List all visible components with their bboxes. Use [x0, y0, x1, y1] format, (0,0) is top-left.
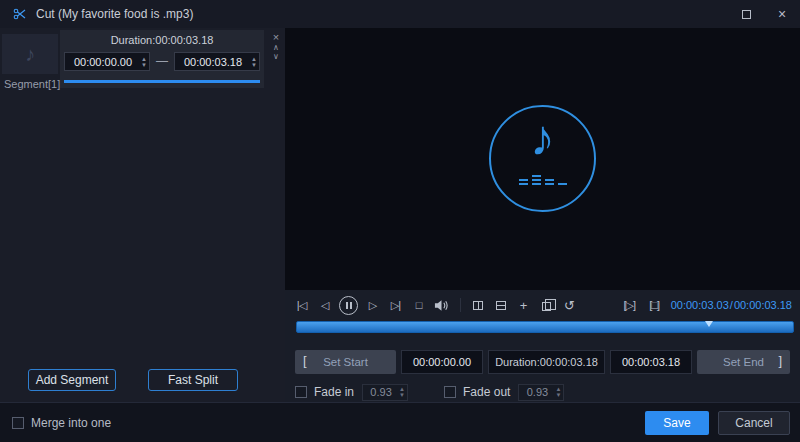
move-segment-up-button[interactable]: ∧	[273, 43, 279, 52]
merge-checkbox[interactable]	[12, 417, 24, 429]
move-segment-down-button[interactable]: ∨	[273, 52, 279, 61]
reset-icon: ↺	[564, 298, 575, 313]
close-icon: ×	[273, 31, 279, 43]
save-button[interactable]: Save	[645, 411, 709, 435]
add-button[interactable]: +	[515, 295, 532, 315]
cut-dialog: Cut (My favorite food is .mp3) × ♪ Durat…	[0, 0, 800, 442]
start-time-box	[401, 350, 483, 374]
audio-icon-circle: ♪	[489, 105, 596, 212]
segment-card-controls: × ∧ ∨	[268, 32, 284, 61]
spinner-down-icon: ▼	[399, 392, 405, 398]
set-start-button[interactable]: [ Set Start	[295, 350, 396, 374]
close-button[interactable]: ×	[764, 0, 800, 28]
duplicate-segment-button[interactable]	[492, 295, 509, 315]
pause-icon	[339, 296, 358, 315]
start-time-input[interactable]	[402, 356, 482, 368]
fast-split-button[interactable]: Fast Split	[148, 369, 238, 391]
timeline-track[interactable]	[296, 321, 794, 333]
set-end-label: Set End	[723, 356, 764, 368]
fade-in-checkbox[interactable]	[295, 386, 307, 398]
split-icon	[473, 301, 483, 310]
equalizer-bars-icon	[519, 175, 567, 185]
segment-card[interactable]: Duration:00:00:03.18 ▲ ▼ — ▲ ▼	[60, 30, 264, 88]
stop-button[interactable]: □	[410, 295, 427, 315]
fade-bar: Fade in ▲ ▼ Fade out ▲ ▼	[285, 382, 800, 402]
next-frame-button[interactable]: ▷	[364, 295, 381, 315]
preview-area: ♪	[285, 28, 800, 290]
fade-out-box: ▲ ▼	[518, 384, 564, 401]
merge-option[interactable]: Merge into one	[12, 416, 111, 430]
prev-frame-button[interactable]: ◁	[316, 295, 333, 315]
chevron-down-icon: ∨	[273, 52, 279, 61]
segment-label: Segment[1]	[4, 78, 60, 90]
fade-out-spinner[interactable]: ▲ ▼	[555, 386, 561, 398]
window-controls: ×	[728, 0, 800, 28]
skip-end-button[interactable]: ▷|	[387, 295, 404, 315]
cut-bar: [ Set Start Duration:00:00:03.18 Set End…	[285, 350, 800, 374]
music-note-icon: ♪	[25, 43, 35, 66]
fade-in-spinner[interactable]: ▲ ▼	[399, 386, 405, 398]
current-time: 00:00:03.03	[671, 299, 729, 311]
next-frame-icon: ▷	[369, 299, 376, 312]
segment-end-spinner[interactable]: ▲ ▼	[251, 56, 257, 68]
left-bracket: [	[303, 353, 307, 368]
fade-out-input[interactable]	[519, 386, 555, 398]
prev-frame-icon: ◁	[321, 299, 328, 312]
fade-in-input[interactable]	[363, 386, 399, 398]
add-segment-button[interactable]: Add Segment	[28, 369, 116, 391]
maximize-icon	[742, 10, 751, 19]
spinner-down-icon: ▼	[251, 62, 257, 68]
close-icon: ×	[778, 7, 786, 21]
plus-icon: +	[520, 298, 528, 313]
timeline-row	[296, 321, 794, 335]
end-time-input[interactable]	[611, 356, 691, 368]
segment-thumbnail[interactable]: ♪	[2, 34, 58, 74]
duplicate-icon	[496, 301, 506, 310]
window-title: Cut (My favorite food is .mp3)	[36, 7, 193, 21]
titlebar: Cut (My favorite food is .mp3) ×	[0, 0, 800, 28]
fade-in-box: ▲ ▼	[362, 384, 408, 401]
pause-button[interactable]	[339, 295, 358, 315]
time-separator: /	[730, 299, 733, 311]
segment-end-input[interactable]	[175, 56, 251, 68]
duration-display: Duration:00:00:03.18	[488, 350, 605, 374]
speaker-icon	[434, 299, 449, 312]
stop-clip-button[interactable]: [□]	[646, 295, 663, 315]
skip-end-icon: ▷|	[391, 299, 400, 312]
set-start-label: Set Start	[323, 356, 368, 368]
set-end-button[interactable]: Set End ]	[697, 350, 790, 374]
skip-start-button[interactable]: |◁	[293, 295, 310, 315]
stop-clip-icon: [□]	[649, 299, 659, 311]
volume-button[interactable]	[433, 295, 450, 315]
transport-bar: |◁ ◁ ▷ ▷| □	[285, 292, 800, 318]
clip-controls: [▷] [□] 00:00:03.03/00:00:03.18	[621, 295, 792, 315]
fade-out-label: Fade out	[463, 385, 510, 399]
copy-icon	[542, 302, 551, 311]
fade-in-label: Fade in	[314, 385, 354, 399]
cancel-button[interactable]: Cancel	[718, 411, 790, 435]
chevron-up-icon: ∧	[273, 43, 279, 52]
copy-segment-button[interactable]	[538, 295, 555, 315]
spinner-down-icon: ▼	[555, 392, 561, 398]
reset-button[interactable]: ↺	[561, 295, 578, 315]
music-note-icon: ♪	[491, 109, 594, 167]
segment-end-input-box: ▲ ▼	[174, 52, 260, 71]
scissors-icon	[13, 7, 27, 21]
merge-label: Merge into one	[31, 416, 111, 430]
toolbar-divider	[460, 298, 461, 312]
total-time: 00:00:03.18	[734, 299, 792, 311]
playhead-marker[interactable]	[705, 321, 713, 327]
stop-icon: □	[416, 299, 422, 311]
control-deck: |◁ ◁ ▷ ▷| □	[285, 290, 800, 402]
fade-out-checkbox[interactable]	[444, 386, 456, 398]
remove-segment-button[interactable]: ×	[273, 32, 279, 43]
footer-bar: Merge into one Save Cancel	[0, 402, 800, 442]
play-clip-button[interactable]: [▷]	[621, 295, 638, 315]
right-bracket: ]	[778, 353, 782, 368]
maximize-button[interactable]	[728, 0, 764, 28]
split-segment-button[interactable]	[469, 295, 486, 315]
skip-start-icon: |◁	[297, 299, 306, 312]
end-time-box	[610, 350, 692, 374]
play-clip-icon: [▷]	[623, 299, 635, 312]
segment-duration-label: Duration:00:00:03.18	[60, 34, 264, 46]
